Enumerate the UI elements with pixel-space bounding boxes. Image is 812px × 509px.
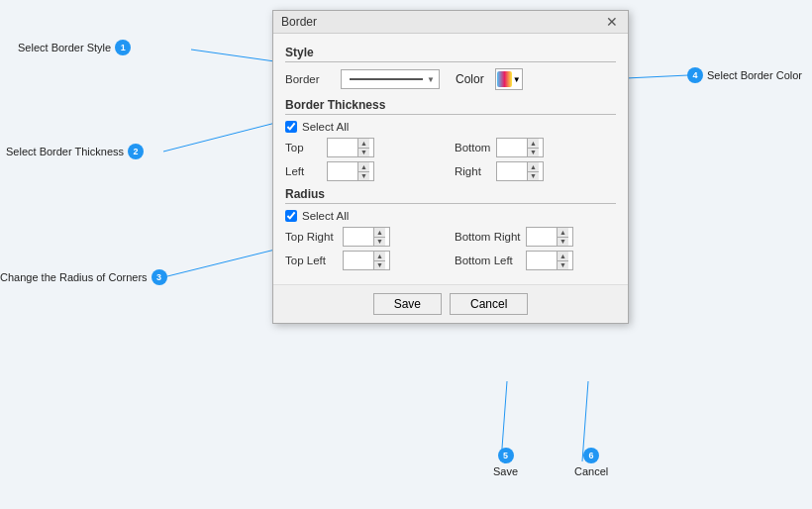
- color-label: Color: [456, 72, 484, 86]
- border-label: Border: [285, 73, 335, 85]
- bottom-left-spin-buttons: ▲ ▼: [557, 252, 568, 269]
- annotation-3: Change the Radius of Corners 3: [0, 269, 167, 285]
- left-spinbox[interactable]: 0 ▲ ▼: [327, 161, 374, 181]
- annotation-4-badge: 4: [687, 67, 703, 83]
- radius-grid: Top Right 0 ▲ ▼ Bottom Right 0 ▲ ▼: [285, 227, 616, 270]
- thickness-section-header: Border Thickness: [285, 98, 616, 115]
- top-left-input[interactable]: 0: [344, 254, 373, 266]
- dialog-close-button[interactable]: ✕: [604, 15, 620, 29]
- thickness-select-all-row: Select All: [285, 121, 616, 133]
- annotation-2-label: Select Border Thickness: [6, 146, 124, 157]
- dropdown-arrow-icon: ▼: [427, 75, 435, 84]
- annotation-5-badge: 5: [498, 448, 514, 463]
- bottom-right-input[interactable]: 0: [527, 231, 557, 243]
- cancel-button[interactable]: Cancel: [450, 293, 528, 315]
- annotation-6: 6 Cancel: [574, 448, 608, 477]
- save-button[interactable]: Save: [373, 293, 442, 315]
- top-spinbox[interactable]: 0 ▲ ▼: [327, 138, 374, 157]
- bottom-left-label: Bottom Left: [455, 254, 522, 266]
- dialog-titlebar: Border ✕: [273, 11, 628, 34]
- top-right-spinbox[interactable]: 0 ▲ ▼: [343, 227, 390, 247]
- radius-select-all-row: Select All: [285, 210, 616, 222]
- dialog-title: Border: [281, 15, 317, 29]
- right-spinbox[interactable]: 0 ▲ ▼: [496, 161, 544, 181]
- thickness-select-all-label: Select All: [302, 121, 349, 133]
- top-left-spin-down[interactable]: ▼: [374, 260, 385, 270]
- bottom-input[interactable]: 0: [497, 142, 527, 153]
- bottom-left-field-group: Bottom Left 0 ▲ ▼: [455, 251, 616, 270]
- annotation-6-label: Cancel: [574, 465, 608, 477]
- thickness-grid: Top 0 ▲ ▼ Bottom 0 ▲ ▼: [285, 138, 616, 181]
- radius-section-header: Radius: [285, 187, 616, 204]
- bottom-field-group: Bottom 0 ▲ ▼: [455, 138, 616, 157]
- top-spin-up[interactable]: ▲: [358, 139, 369, 148]
- right-spin-up[interactable]: ▲: [528, 162, 539, 171]
- top-label: Top: [285, 142, 323, 153]
- top-left-spinbox[interactable]: 0 ▲ ▼: [343, 251, 390, 270]
- annotation-3-label: Change the Radius of Corners: [0, 271, 148, 283]
- dialog-footer: Save Cancel: [273, 284, 628, 323]
- left-spin-down[interactable]: ▼: [358, 171, 369, 181]
- right-spin-down[interactable]: ▼: [528, 171, 539, 181]
- annotation-6-badge: 6: [583, 448, 599, 463]
- bottom-spinbox[interactable]: 0 ▲ ▼: [496, 138, 544, 157]
- radius-select-all-checkbox[interactable]: [285, 210, 297, 222]
- top-left-spin-buttons: ▲ ▼: [373, 252, 385, 269]
- bottom-right-spin-down[interactable]: ▼: [558, 237, 568, 247]
- color-dropdown-arrow: ▼: [513, 75, 521, 84]
- annotation-2: Select Border Thickness 2: [6, 144, 144, 159]
- bottom-left-spinbox[interactable]: 0 ▲ ▼: [526, 251, 573, 270]
- bottom-right-field-group: Bottom Right 0 ▲ ▼: [455, 227, 616, 247]
- top-input[interactable]: 0: [328, 142, 357, 153]
- annotation-5-label: Save: [493, 465, 518, 477]
- border-color-button[interactable]: ▼: [495, 68, 523, 90]
- bottom-right-spin-up[interactable]: ▲: [558, 228, 568, 237]
- annotation-5: 5 Save: [493, 448, 518, 477]
- top-right-input[interactable]: 0: [344, 231, 373, 243]
- style-form-row: Border ▼ Color ▼: [285, 68, 616, 90]
- border-dialog: Border ✕ Style Border ▼ Color ▼ Border T…: [272, 10, 629, 324]
- color-swatch-icon: [497, 71, 512, 87]
- dialog-body: Style Border ▼ Color ▼ Border Thickness …: [273, 34, 628, 284]
- right-spin-buttons: ▲ ▼: [527, 162, 539, 180]
- top-left-field-group: Top Left 0 ▲ ▼: [285, 251, 447, 270]
- annotation-1-label: Select Border Style: [18, 42, 111, 53]
- top-right-spin-buttons: ▲ ▼: [373, 228, 385, 246]
- bottom-left-input[interactable]: 0: [527, 254, 557, 266]
- right-field-group: Right 0 ▲ ▼: [455, 161, 616, 181]
- top-spin-buttons: ▲ ▼: [357, 139, 369, 156]
- left-spin-up[interactable]: ▲: [358, 162, 369, 171]
- bottom-left-spin-up[interactable]: ▲: [558, 252, 568, 260]
- bottom-spin-up[interactable]: ▲: [528, 139, 539, 148]
- top-right-spin-up[interactable]: ▲: [374, 228, 385, 237]
- annotation-3-badge: 3: [152, 269, 167, 285]
- bottom-label: Bottom: [455, 142, 492, 153]
- left-spin-buttons: ▲ ▼: [357, 162, 369, 180]
- annotation-1: Select Border Style 1: [18, 40, 131, 55]
- top-spin-down[interactable]: ▼: [358, 148, 369, 157]
- radius-select-all-label: Select All: [302, 210, 349, 222]
- bottom-spin-buttons: ▲ ▼: [527, 139, 539, 156]
- annotation-4: 4 Select Border Color: [687, 67, 802, 83]
- top-left-spin-up[interactable]: ▲: [374, 252, 385, 260]
- left-input[interactable]: 0: [328, 165, 357, 177]
- top-right-field-group: Top Right 0 ▲ ▼: [285, 227, 447, 247]
- style-section-header: Style: [285, 46, 616, 62]
- bottom-right-spinbox[interactable]: 0 ▲ ▼: [526, 227, 573, 247]
- bottom-left-spin-down[interactable]: ▼: [558, 260, 568, 270]
- right-label: Right: [455, 165, 492, 177]
- top-right-label: Top Right: [285, 231, 339, 243]
- top-field-group: Top 0 ▲ ▼: [285, 138, 447, 157]
- top-left-label: Top Left: [285, 254, 339, 266]
- top-right-spin-down[interactable]: ▼: [374, 237, 385, 247]
- right-input[interactable]: 0: [497, 165, 527, 177]
- thickness-select-all-checkbox[interactable]: [285, 121, 297, 133]
- annotation-1-badge: 1: [115, 40, 131, 55]
- border-style-dropdown[interactable]: ▼: [341, 69, 440, 89]
- bottom-spin-down[interactable]: ▼: [528, 148, 539, 157]
- left-label: Left: [285, 165, 323, 177]
- annotation-2-badge: 2: [128, 144, 144, 159]
- bottom-right-spin-buttons: ▲ ▼: [557, 228, 568, 246]
- annotation-4-label: Select Border Color: [707, 69, 802, 81]
- left-field-group: Left 0 ▲ ▼: [285, 161, 447, 181]
